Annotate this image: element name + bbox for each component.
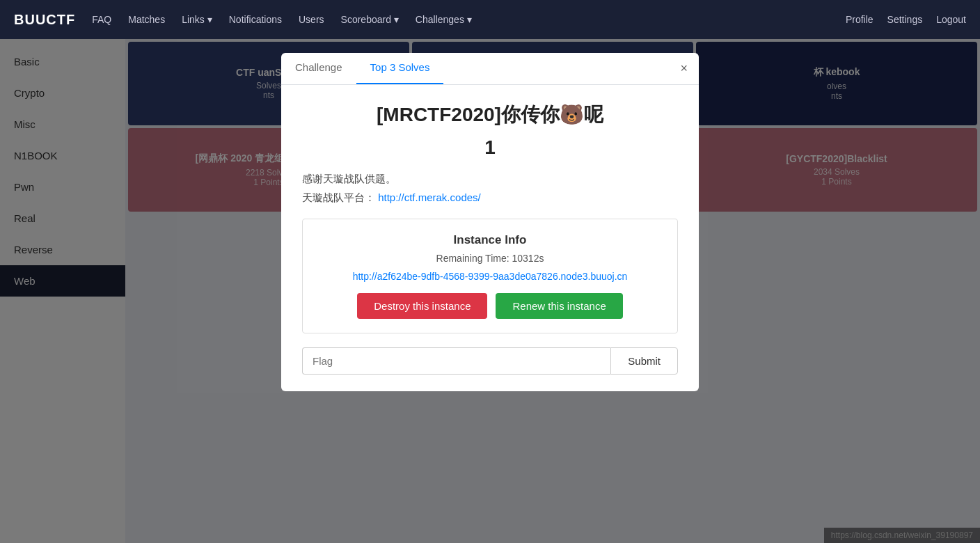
nav-scoreboard[interactable]: Scoreboard ▾ <box>341 14 399 25</box>
nav-settings[interactable]: Settings <box>887 14 923 25</box>
flag-row: Submit <box>302 347 678 375</box>
instance-url-link[interactable]: http://a2f624be-9dfb-4568-9399-9aa3de0a7… <box>317 271 663 282</box>
flag-input[interactable] <box>302 347 610 375</box>
submit-button[interactable]: Submit <box>610 347 678 375</box>
instance-buttons: Destroy this instance Renew this instanc… <box>317 293 663 319</box>
tab-challenge[interactable]: Challenge <box>281 53 356 84</box>
brand-logo: BUUCTF <box>14 12 75 28</box>
nav-matches[interactable]: Matches <box>128 14 165 25</box>
platform-label: 天璇战队平台： <box>302 191 375 203</box>
nav-faq[interactable]: FAQ <box>92 14 111 25</box>
nav-notifications[interactable]: Notifications <box>229 14 282 25</box>
instance-info-title: Instance Info <box>317 233 663 247</box>
modal: Challenge Top 3 Solves × [MRCTF2020]你传你🐻… <box>281 53 699 391</box>
challenge-description: 感谢天璇战队供题。 <box>302 173 678 186</box>
platform-link[interactable]: http://ctf.merak.codes/ <box>378 191 481 203</box>
tab-top3solves[interactable]: Top 3 Solves <box>356 53 444 84</box>
nav-challenges[interactable]: Challenges ▾ <box>416 14 472 25</box>
modal-header: Challenge Top 3 Solves × <box>281 53 699 85</box>
nav-logout[interactable]: Logout <box>936 14 966 25</box>
navbar-right: Profile Settings Logout <box>846 14 966 25</box>
challenge-points: 1 <box>302 136 678 159</box>
nav-profile[interactable]: Profile <box>846 14 874 25</box>
navbar: BUUCTF FAQ Matches Links ▾ Notifications… <box>0 0 980 39</box>
nav-users[interactable]: Users <box>299 14 324 25</box>
challenge-link-row: 天璇战队平台： http://ctf.merak.codes/ <box>302 191 678 205</box>
challenge-title: [MRCTF2020]你传你🐻呢 <box>302 102 678 128</box>
instance-info-box: Instance Info Remaining Time: 10312s htt… <box>302 219 678 333</box>
modal-overlay[interactable]: Challenge Top 3 Solves × [MRCTF2020]你传你🐻… <box>0 39 980 543</box>
destroy-instance-button[interactable]: Destroy this instance <box>357 293 487 319</box>
modal-close-button[interactable]: × <box>669 53 699 84</box>
renew-instance-button[interactable]: Renew this instance <box>496 293 622 319</box>
remaining-time: Remaining Time: 10312s <box>317 253 663 264</box>
modal-body: [MRCTF2020]你传你🐻呢 1 感谢天璇战队供题。 天璇战队平台： htt… <box>281 85 699 391</box>
nav-links[interactable]: Links ▾ <box>182 14 212 25</box>
